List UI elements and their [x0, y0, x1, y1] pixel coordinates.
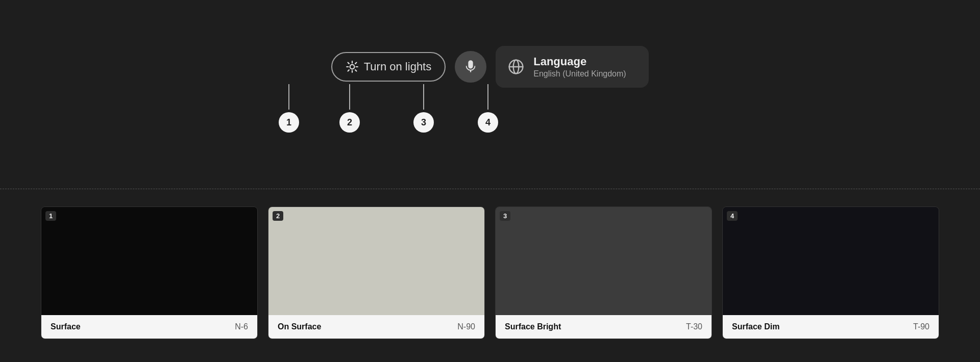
svg-line-12 [355, 63, 356, 64]
sun-icon [346, 60, 359, 73]
swatch-surface-bright [496, 207, 712, 315]
swatch-on-surface [268, 207, 484, 315]
color-name-surface: Surface [51, 322, 81, 331]
card-number-1: 1 [45, 211, 56, 221]
color-card-surface: 1 Surface N-6 [41, 206, 258, 339]
color-name-surface-dim: Surface Dim [732, 322, 779, 331]
annotation-3: 3 [413, 112, 434, 133]
bottom-section: 1 Surface N-6 2 On Surface N-90 3 Surfac… [0, 191, 980, 362]
color-code-surface: N-6 [235, 322, 248, 331]
annotation-2: 2 [339, 112, 360, 133]
top-section: Turn on lights Language English (United … [0, 0, 980, 189]
card-number-2: 2 [273, 211, 283, 221]
mic-button[interactable] [455, 51, 486, 83]
turn-on-lights-button[interactable]: Turn on lights [331, 52, 446, 82]
color-card-surface-bright: 3 Surface Bright T-30 [495, 206, 712, 339]
color-name-surface-bright: Surface Bright [505, 322, 561, 331]
color-card-on-surface: 2 On Surface N-90 [268, 206, 485, 339]
microphone-icon [463, 60, 478, 74]
language-text-group: Language English (United Kingdom) [533, 55, 626, 79]
color-card-surface-dim: 4 Surface Dim T-90 [722, 206, 939, 339]
turn-on-lights-label: Turn on lights [364, 60, 431, 73]
svg-line-8 [355, 70, 356, 71]
color-name-on-surface: On Surface [278, 322, 321, 331]
svg-point-4 [350, 65, 354, 69]
ui-group: Turn on lights Language English (United … [331, 46, 649, 88]
globe-icon [508, 59, 524, 75]
language-title: Language [533, 55, 626, 68]
section-divider [0, 189, 980, 189]
swatch-surface-dim [723, 207, 939, 315]
color-label-surface-dim: Surface Dim T-90 [723, 315, 939, 339]
card-number-4: 4 [727, 211, 738, 221]
color-code-on-surface: N-90 [457, 322, 475, 331]
color-label-surface: Surface N-6 [41, 315, 257, 339]
language-card: Language English (United Kingdom) [496, 46, 649, 88]
color-label-on-surface: On Surface N-90 [268, 315, 484, 339]
svg-line-7 [348, 63, 349, 64]
annotation-4: 4 [478, 112, 498, 133]
language-subtitle: English (United Kingdom) [533, 69, 626, 79]
card-number-3: 3 [500, 211, 510, 221]
annotation-1: 1 [279, 112, 299, 133]
svg-line-11 [348, 70, 349, 71]
swatch-surface [41, 207, 257, 315]
annotation-lines [0, 0, 980, 189]
color-code-surface-bright: T-30 [686, 322, 702, 331]
color-code-surface-dim: T-90 [913, 322, 929, 331]
color-label-surface-bright: Surface Bright T-30 [496, 315, 712, 339]
